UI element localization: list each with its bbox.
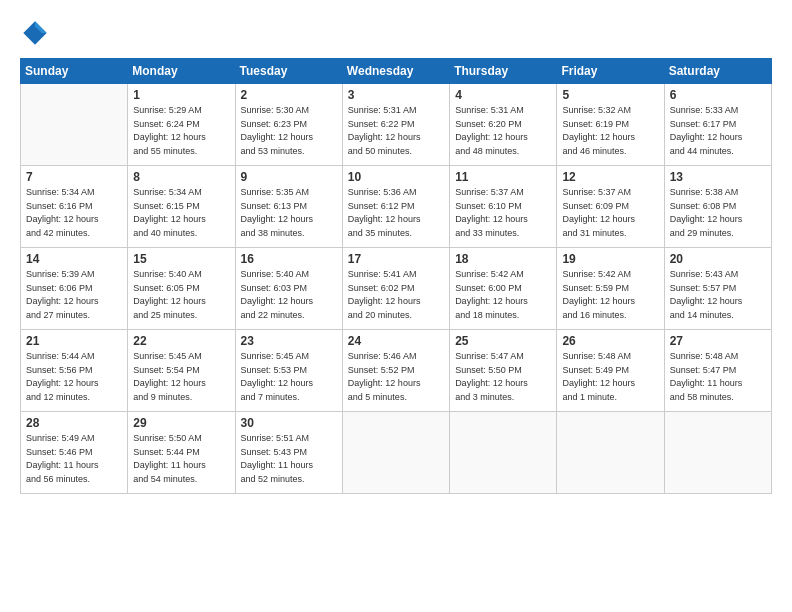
day-info: Sunrise: 5:42 AM Sunset: 5:59 PM Dayligh… — [562, 268, 658, 322]
day-number: 6 — [670, 88, 766, 102]
day-number: 13 — [670, 170, 766, 184]
day-info: Sunrise: 5:48 AM Sunset: 5:49 PM Dayligh… — [562, 350, 658, 404]
day-number: 2 — [241, 88, 337, 102]
calendar-cell: 23Sunrise: 5:45 AM Sunset: 5:53 PM Dayli… — [235, 330, 342, 412]
calendar-week-row-5: 28Sunrise: 5:49 AM Sunset: 5:46 PM Dayli… — [21, 412, 772, 494]
weekday-header-friday: Friday — [557, 59, 664, 84]
day-number: 4 — [455, 88, 551, 102]
calendar-week-row-4: 21Sunrise: 5:44 AM Sunset: 5:56 PM Dayli… — [21, 330, 772, 412]
day-info: Sunrise: 5:30 AM Sunset: 6:23 PM Dayligh… — [241, 104, 337, 158]
day-info: Sunrise: 5:37 AM Sunset: 6:10 PM Dayligh… — [455, 186, 551, 240]
calendar-cell: 25Sunrise: 5:47 AM Sunset: 5:50 PM Dayli… — [450, 330, 557, 412]
day-info: Sunrise: 5:34 AM Sunset: 6:16 PM Dayligh… — [26, 186, 122, 240]
day-number: 20 — [670, 252, 766, 266]
day-number: 17 — [348, 252, 444, 266]
day-info: Sunrise: 5:32 AM Sunset: 6:19 PM Dayligh… — [562, 104, 658, 158]
day-info: Sunrise: 5:38 AM Sunset: 6:08 PM Dayligh… — [670, 186, 766, 240]
calendar-cell: 5Sunrise: 5:32 AM Sunset: 6:19 PM Daylig… — [557, 84, 664, 166]
day-number: 25 — [455, 334, 551, 348]
calendar-cell: 22Sunrise: 5:45 AM Sunset: 5:54 PM Dayli… — [128, 330, 235, 412]
calendar-cell: 17Sunrise: 5:41 AM Sunset: 6:02 PM Dayli… — [342, 248, 449, 330]
weekday-header-monday: Monday — [128, 59, 235, 84]
day-number: 9 — [241, 170, 337, 184]
day-info: Sunrise: 5:39 AM Sunset: 6:06 PM Dayligh… — [26, 268, 122, 322]
calendar-cell: 7Sunrise: 5:34 AM Sunset: 6:16 PM Daylig… — [21, 166, 128, 248]
calendar-cell: 16Sunrise: 5:40 AM Sunset: 6:03 PM Dayli… — [235, 248, 342, 330]
day-number: 28 — [26, 416, 122, 430]
day-number: 27 — [670, 334, 766, 348]
calendar-cell: 26Sunrise: 5:48 AM Sunset: 5:49 PM Dayli… — [557, 330, 664, 412]
day-info: Sunrise: 5:48 AM Sunset: 5:47 PM Dayligh… — [670, 350, 766, 404]
calendar-table: SundayMondayTuesdayWednesdayThursdayFrid… — [20, 58, 772, 494]
day-info: Sunrise: 5:33 AM Sunset: 6:17 PM Dayligh… — [670, 104, 766, 158]
header — [20, 18, 772, 48]
calendar-week-row-2: 7Sunrise: 5:34 AM Sunset: 6:16 PM Daylig… — [21, 166, 772, 248]
day-number: 19 — [562, 252, 658, 266]
calendar-cell: 2Sunrise: 5:30 AM Sunset: 6:23 PM Daylig… — [235, 84, 342, 166]
calendar-cell: 1Sunrise: 5:29 AM Sunset: 6:24 PM Daylig… — [128, 84, 235, 166]
weekday-header-tuesday: Tuesday — [235, 59, 342, 84]
calendar-cell: 18Sunrise: 5:42 AM Sunset: 6:00 PM Dayli… — [450, 248, 557, 330]
calendar-cell — [342, 412, 449, 494]
day-info: Sunrise: 5:43 AM Sunset: 5:57 PM Dayligh… — [670, 268, 766, 322]
day-number: 3 — [348, 88, 444, 102]
calendar-cell: 10Sunrise: 5:36 AM Sunset: 6:12 PM Dayli… — [342, 166, 449, 248]
day-info: Sunrise: 5:37 AM Sunset: 6:09 PM Dayligh… — [562, 186, 658, 240]
day-info: Sunrise: 5:31 AM Sunset: 6:20 PM Dayligh… — [455, 104, 551, 158]
calendar-cell: 28Sunrise: 5:49 AM Sunset: 5:46 PM Dayli… — [21, 412, 128, 494]
day-number: 10 — [348, 170, 444, 184]
calendar-cell: 13Sunrise: 5:38 AM Sunset: 6:08 PM Dayli… — [664, 166, 771, 248]
calendar-cell: 4Sunrise: 5:31 AM Sunset: 6:20 PM Daylig… — [450, 84, 557, 166]
day-info: Sunrise: 5:31 AM Sunset: 6:22 PM Dayligh… — [348, 104, 444, 158]
day-number: 8 — [133, 170, 229, 184]
day-number: 1 — [133, 88, 229, 102]
day-info: Sunrise: 5:51 AM Sunset: 5:43 PM Dayligh… — [241, 432, 337, 486]
day-info: Sunrise: 5:40 AM Sunset: 6:05 PM Dayligh… — [133, 268, 229, 322]
day-number: 15 — [133, 252, 229, 266]
day-info: Sunrise: 5:42 AM Sunset: 6:00 PM Dayligh… — [455, 268, 551, 322]
calendar-cell: 19Sunrise: 5:42 AM Sunset: 5:59 PM Dayli… — [557, 248, 664, 330]
day-number: 18 — [455, 252, 551, 266]
logo — [20, 18, 56, 48]
calendar-cell: 29Sunrise: 5:50 AM Sunset: 5:44 PM Dayli… — [128, 412, 235, 494]
calendar-cell: 9Sunrise: 5:35 AM Sunset: 6:13 PM Daylig… — [235, 166, 342, 248]
day-info: Sunrise: 5:36 AM Sunset: 6:12 PM Dayligh… — [348, 186, 444, 240]
day-info: Sunrise: 5:46 AM Sunset: 5:52 PM Dayligh… — [348, 350, 444, 404]
day-number: 29 — [133, 416, 229, 430]
calendar-cell — [664, 412, 771, 494]
day-number: 26 — [562, 334, 658, 348]
day-number: 5 — [562, 88, 658, 102]
day-number: 21 — [26, 334, 122, 348]
day-info: Sunrise: 5:47 AM Sunset: 5:50 PM Dayligh… — [455, 350, 551, 404]
day-info: Sunrise: 5:35 AM Sunset: 6:13 PM Dayligh… — [241, 186, 337, 240]
calendar-cell: 11Sunrise: 5:37 AM Sunset: 6:10 PM Dayli… — [450, 166, 557, 248]
calendar-cell — [557, 412, 664, 494]
calendar-cell: 30Sunrise: 5:51 AM Sunset: 5:43 PM Dayli… — [235, 412, 342, 494]
day-info: Sunrise: 5:34 AM Sunset: 6:15 PM Dayligh… — [133, 186, 229, 240]
weekday-header-row: SundayMondayTuesdayWednesdayThursdayFrid… — [21, 59, 772, 84]
page: SundayMondayTuesdayWednesdayThursdayFrid… — [0, 0, 792, 612]
day-info: Sunrise: 5:40 AM Sunset: 6:03 PM Dayligh… — [241, 268, 337, 322]
day-number: 14 — [26, 252, 122, 266]
day-number: 22 — [133, 334, 229, 348]
day-info: Sunrise: 5:44 AM Sunset: 5:56 PM Dayligh… — [26, 350, 122, 404]
calendar-cell — [450, 412, 557, 494]
calendar-cell: 24Sunrise: 5:46 AM Sunset: 5:52 PM Dayli… — [342, 330, 449, 412]
calendar-cell: 3Sunrise: 5:31 AM Sunset: 6:22 PM Daylig… — [342, 84, 449, 166]
calendar-cell — [21, 84, 128, 166]
day-info: Sunrise: 5:29 AM Sunset: 6:24 PM Dayligh… — [133, 104, 229, 158]
calendar-week-row-1: 1Sunrise: 5:29 AM Sunset: 6:24 PM Daylig… — [21, 84, 772, 166]
day-info: Sunrise: 5:45 AM Sunset: 5:53 PM Dayligh… — [241, 350, 337, 404]
day-number: 23 — [241, 334, 337, 348]
day-info: Sunrise: 5:45 AM Sunset: 5:54 PM Dayligh… — [133, 350, 229, 404]
day-number: 30 — [241, 416, 337, 430]
calendar-cell: 8Sunrise: 5:34 AM Sunset: 6:15 PM Daylig… — [128, 166, 235, 248]
logo-icon — [20, 18, 50, 48]
calendar-cell: 20Sunrise: 5:43 AM Sunset: 5:57 PM Dayli… — [664, 248, 771, 330]
calendar-week-row-3: 14Sunrise: 5:39 AM Sunset: 6:06 PM Dayli… — [21, 248, 772, 330]
weekday-header-thursday: Thursday — [450, 59, 557, 84]
weekday-header-saturday: Saturday — [664, 59, 771, 84]
calendar-cell: 27Sunrise: 5:48 AM Sunset: 5:47 PM Dayli… — [664, 330, 771, 412]
calendar-cell: 14Sunrise: 5:39 AM Sunset: 6:06 PM Dayli… — [21, 248, 128, 330]
calendar-cell: 6Sunrise: 5:33 AM Sunset: 6:17 PM Daylig… — [664, 84, 771, 166]
